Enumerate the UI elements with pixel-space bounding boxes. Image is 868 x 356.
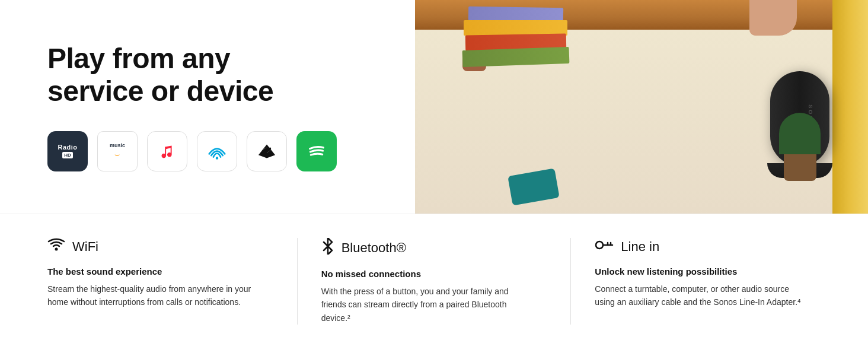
feature-wifi-title: WiFi [72, 239, 98, 255]
service-icon-radio[interactable]: Radio HD [47, 131, 88, 171]
tidal-svg [254, 138, 280, 164]
amazon-inner: music ⌣ [110, 143, 125, 160]
feature-line-in-title: Line in [621, 239, 659, 255]
feature-wifi-header: WiFi [47, 238, 261, 256]
radio-label: Radio [58, 144, 77, 151]
hero-title-line1: Play from any [47, 43, 230, 74]
top-section: Play from any service or device Radio HD… [0, 0, 868, 214]
divider-2 [570, 238, 571, 325]
feature-bluetooth: Bluetooth® No missed connections With th… [321, 238, 547, 325]
service-icon-audible[interactable] [197, 131, 237, 171]
line-in-icon [595, 238, 614, 256]
plant-leaves [779, 113, 821, 154]
wifi-icon [47, 238, 65, 256]
hero-title-line2: service or device [47, 75, 273, 107]
plant-pot [784, 154, 816, 181]
service-icon-spotify[interactable] [296, 131, 337, 171]
hero-title: Play from any service or device [47, 42, 368, 107]
bluetooth-icon [321, 238, 334, 258]
feature-bluetooth-title: Bluetooth® [342, 240, 406, 256]
page-wrapper: Play from any service or device Radio HD… [0, 0, 868, 356]
feature-line-in-header: Line in [595, 238, 809, 256]
svg-point-10 [55, 248, 58, 251]
svg-rect-9 [304, 138, 330, 164]
feature-line-in-subtitle: Unlock new listening possibilities [595, 266, 809, 276]
feature-wifi-subtitle: The best sound experience [47, 266, 261, 276]
amazon-smile-icon: ⌣ [114, 150, 120, 160]
feature-wifi: WiFi The best sound experience Stream th… [47, 238, 273, 325]
feature-bluetooth-subtitle: No missed connections [321, 269, 535, 279]
feature-bluetooth-desc: With the press of a button, you and your… [321, 285, 535, 325]
hand-area [749, 0, 797, 36]
plant-container [773, 113, 826, 181]
left-panel: Play from any service or device Radio HD… [0, 0, 415, 214]
phone [508, 168, 559, 205]
divider-1 [297, 238, 298, 325]
curtain [832, 0, 868, 214]
feature-line-in: Line in Unlock new listening possibiliti… [595, 238, 821, 325]
hd-badge: HD [62, 152, 73, 158]
service-icon-tidal[interactable] [247, 131, 287, 171]
apple-music-svg [156, 140, 178, 163]
audible-svg [204, 138, 230, 164]
amazon-music-label: music [110, 143, 125, 148]
feature-line-in-desc: Connect a turntable, computer, or other … [595, 282, 809, 309]
service-icons-row: Radio HD music ⌣ [47, 131, 368, 171]
service-icon-amazon-music[interactable]: music ⌣ [97, 131, 138, 171]
book-green [462, 47, 570, 67]
svg-point-11 [596, 241, 603, 249]
bottom-section: WiFi The best sound experience Stream th… [0, 214, 868, 348]
feature-bluetooth-header: Bluetooth® [321, 238, 535, 258]
service-icon-apple-music[interactable] [147, 131, 187, 171]
svg-point-2 [216, 157, 218, 159]
spotify-svg [304, 138, 330, 164]
right-panel: SONOS [415, 0, 868, 214]
scene-container: SONOS [415, 0, 868, 214]
feature-wifi-desc: Stream the highest-quality audio from an… [47, 282, 261, 309]
svg-rect-0 [156, 140, 178, 163]
